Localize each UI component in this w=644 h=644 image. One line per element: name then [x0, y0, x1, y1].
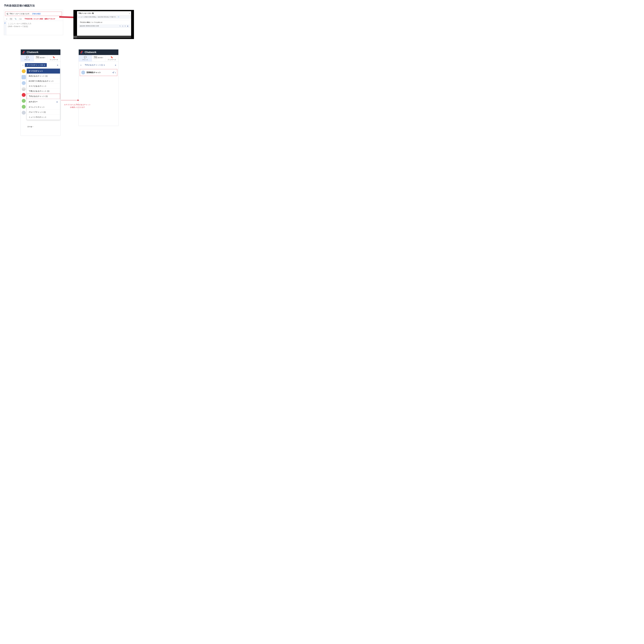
tab-chat[interactable]: 💬 チャット	[79, 55, 92, 61]
chatwork-header: Chatwork	[79, 49, 118, 55]
dd-category-header: カテゴリー ＋	[27, 99, 60, 105]
placeholder-line1: ここにメッセージ内容を入力	[8, 22, 61, 25]
dd-item-draft[interactable]: 下書きがあるチャット (1)	[27, 89, 60, 94]
dd-item-mute[interactable]: ミュート中のチャット	[27, 115, 60, 120]
tab-self-label: 自分宛て	[40, 57, 45, 58]
add-button[interactable]: ＋	[114, 63, 117, 67]
scheduled-item[interactable]: 予約送信の機能についてのお知らせ 送信日時: 2024年11月19日 11:00…	[78, 20, 130, 28]
tab-chat-label: チャット	[82, 59, 88, 60]
chevron-down-icon: ▾	[104, 64, 105, 66]
placeholder-line2: (Shift + Enterキーで送信)	[8, 25, 61, 28]
bookmark-icon: 🔖	[105, 56, 118, 58]
tab-chat[interactable]: 💬 チャット	[21, 55, 34, 61]
brand-name: Chatwork	[85, 51, 96, 54]
scheduled-banner[interactable]: 予約メッセージがあります。 詳細を確認	[5, 12, 62, 16]
avatar[interactable]	[22, 81, 26, 85]
chatwork-panel-left: Chatwork 💬 チャット TO 自分宛て 🔖 ブックマーク ⌂ すべてのチ…	[21, 49, 61, 136]
tab-bookmark-label: ブックマーク	[108, 59, 116, 60]
attach-icon[interactable]: 📎	[15, 18, 17, 20]
composer-toolbar: ☺ TO 📎 ▢◂ 予約設定後こちらから確認・編集ができます	[4, 17, 63, 21]
tab-bookmark[interactable]: 🔖 ブックマーク	[47, 55, 60, 61]
scheduled-list-modal: 予約メッセージの一覧 × メッセージ内容や日時の変更は、送信日時の30分前まで可…	[77, 11, 131, 36]
home-icon[interactable]: ⌂	[22, 64, 24, 66]
message-textarea[interactable]: ここにメッセージ内容を入力 (Shift + Enterキーで送信)	[6, 21, 63, 35]
chat-name-partial: 田中健一	[27, 126, 34, 128]
footer-text-1: 株式会	[74, 36, 77, 37]
copy-icon[interactable]: ⎘	[125, 25, 126, 27]
collapse-handle[interactable]: |<	[4, 21, 6, 35]
meta-label: 送信日時:	[80, 25, 85, 27]
avatar[interactable]	[22, 69, 26, 73]
video-icon[interactable]: ▢◂	[19, 18, 21, 20]
add-button[interactable]: ＋	[56, 63, 59, 67]
modal-panel-wrapper: 予約メッセージの一覧 × メッセージ内容や日時の変更は、送信日時の30分前まで可…	[73, 10, 134, 39]
dd-item-scheduled[interactable]: 予約があるチャット (1)	[27, 94, 60, 99]
dd-item-all[interactable]: すべてのチャット	[27, 69, 60, 74]
tab-self[interactable]: TO 自分宛て	[34, 55, 47, 61]
add-category-icon[interactable]: ＋	[56, 100, 58, 103]
filter-dropdown-button[interactable]: 予約があるチャット(1) ▾	[83, 63, 107, 67]
home-icon[interactable]: ⌂	[80, 64, 82, 66]
arrow-right-thin-icon	[61, 98, 79, 102]
dd-item-self-unread[interactable]: 自分宛ての未読があるチャット	[27, 79, 60, 84]
chatwork-logo-icon	[81, 51, 83, 54]
chatwork-logo-icon	[23, 51, 25, 54]
modal-title: 予約メッセージの一覧	[78, 12, 94, 14]
tab-bookmark[interactable]: 🔖 ブックマーク	[105, 55, 118, 61]
filter-dropdown-menu: すべてのチャット 未読があるチャット (1) 自分宛ての未読があるチャット タス…	[27, 69, 60, 120]
dd-item-direct[interactable]: ダイレクトチャット	[27, 105, 60, 110]
tab-chat-label: チャット	[24, 59, 30, 60]
chat-icon: 💬	[79, 56, 92, 58]
dd-item-unread[interactable]: 未読があるチャット (1)	[27, 74, 60, 79]
avatar[interactable]	[22, 99, 26, 103]
chat-name: 営業報告チャット	[86, 71, 101, 74]
composer-panel: 予約メッセージがあります。 詳細を確認 ☺ TO 📎 ▢◂ 予約設定後こちらから…	[4, 10, 63, 35]
emoji-icon[interactable]: ☺	[6, 18, 7, 20]
schedule-send-icon	[6, 13, 8, 15]
category-label: カテゴリー	[29, 101, 38, 103]
tab-bookmark-label: ブックマーク	[50, 59, 58, 60]
chatwork-header: Chatwork	[21, 49, 60, 55]
avatar[interactable]	[22, 105, 26, 109]
avatar-column	[22, 69, 26, 115]
scheduled-item-title: 予約送信の機能についてのお知らせ	[78, 20, 130, 24]
delete-icon[interactable]: 🗑	[127, 25, 128, 27]
avatar[interactable]	[22, 93, 26, 97]
bookmark-icon: 🔖	[47, 56, 60, 58]
filter-dropdown-button[interactable]: すべてのチャット(1) ▾	[25, 63, 47, 67]
dd-item-task[interactable]: タスクがあるチャット	[27, 84, 60, 89]
footer-text-2: 46063-	[74, 37, 77, 39]
composer-annotation: 予約設定後こちらから確認・編集ができます	[24, 18, 55, 20]
avatar[interactable]	[22, 87, 26, 91]
chat-row-scheduled[interactable]: 営業報告チャット 1	[80, 69, 117, 76]
chatwork-panel-right: Chatwork 💬 チャット TO 自分宛て 🔖 ブックマーク ⌂ 予約がある…	[79, 49, 118, 126]
page-title: 予約送信設定後の確認方法	[4, 4, 640, 7]
banner-detail-link[interactable]: 詳細を確認	[32, 13, 41, 15]
dd-item-group[interactable]: グループチャット (1)	[27, 110, 60, 115]
brand-name: Chatwork	[27, 51, 38, 54]
filter-label: すべてのチャット(1)	[27, 64, 43, 66]
edit-icon[interactable]: ✎	[120, 25, 121, 27]
badge-count: 1	[115, 72, 116, 74]
avatar	[81, 71, 85, 74]
to-icon: TO	[94, 56, 97, 59]
banner-text: 予約メッセージがあります。	[9, 13, 31, 15]
avatar[interactable]	[22, 75, 26, 79]
chat-icon: 💬	[21, 56, 34, 58]
to-icon: TO	[36, 56, 39, 59]
to-button[interactable]: TO	[10, 18, 12, 20]
help-icon[interactable]: ⓘ	[118, 16, 119, 18]
close-icon[interactable]: ×	[129, 12, 130, 14]
modal-subtitle: メッセージ内容や日時の変更は、送信日時の30分前まで可能です。	[78, 16, 117, 18]
calendar-icon[interactable]: ▢	[122, 25, 123, 27]
avatar[interactable]	[22, 111, 26, 115]
schedule-send-icon	[112, 71, 114, 74]
meta-value: 2024年11月19日 11:00	[86, 25, 99, 27]
chevron-down-icon: ▾	[44, 64, 45, 66]
tab-self-label: 自分宛て	[98, 57, 103, 58]
tab-self[interactable]: TO 自分宛て	[92, 55, 105, 61]
filter-label: 予約があるチャット(1)	[85, 64, 103, 66]
